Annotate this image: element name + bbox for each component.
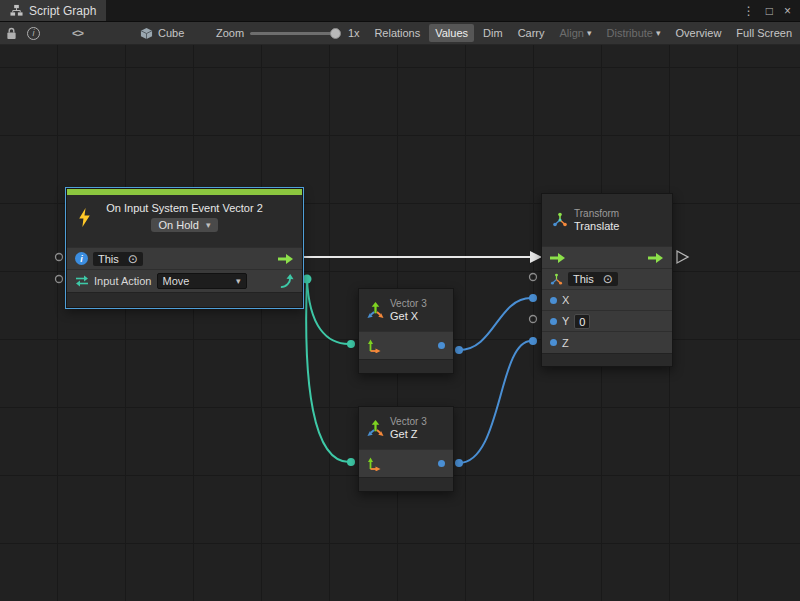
translate-node-footer bbox=[542, 353, 672, 366]
translate-flow-output-arrow[interactable] bbox=[648, 252, 664, 264]
script-graph-icon bbox=[10, 4, 23, 17]
translate-x-port[interactable] bbox=[529, 294, 537, 302]
toolbar-buttons: Relations Values Dim Carry Align ▾ Distr… bbox=[368, 22, 798, 44]
node-on-input-system-event[interactable]: On Input System Event Vector 2 On Hold ▾… bbox=[66, 188, 303, 308]
translate-this-port[interactable] bbox=[530, 274, 537, 281]
axes-icon bbox=[367, 339, 381, 353]
zoom-label: Zoom bbox=[216, 22, 244, 44]
get-x-title: Get X bbox=[390, 310, 427, 323]
get-x-input-port[interactable] bbox=[347, 340, 355, 348]
y-value-field[interactable]: 0 bbox=[574, 314, 590, 329]
get-z-input-port[interactable] bbox=[347, 458, 355, 466]
event-this-field[interactable]: This ⊙ bbox=[93, 252, 143, 266]
window-controls: ⋮ □ × bbox=[743, 0, 800, 21]
node-vector3-get-z[interactable]: Vector 3 Get Z bbox=[358, 406, 454, 492]
node-transform-translate[interactable]: Transform Translate bbox=[541, 193, 673, 367]
zoom-value: 1x bbox=[348, 22, 360, 44]
translate-this-field[interactable]: This ⊙ bbox=[568, 272, 618, 286]
x-label: X bbox=[562, 294, 569, 306]
translate-this-row: This ⊙ bbox=[542, 268, 672, 289]
lock-icon-glyph bbox=[6, 27, 17, 40]
chevron-down-icon: ▾ bbox=[656, 28, 661, 38]
window-menu-icon[interactable]: ⋮ bbox=[743, 5, 755, 17]
get-x-category: Vector 3 bbox=[390, 298, 427, 310]
get-x-output-port[interactable] bbox=[455, 346, 463, 354]
translate-flow-row bbox=[542, 246, 672, 268]
distribute-dropdown[interactable]: Distribute ▾ bbox=[601, 24, 667, 42]
get-z-output-port[interactable] bbox=[455, 459, 463, 467]
get-z-output-dot[interactable] bbox=[438, 460, 445, 467]
zoom-slider[interactable] bbox=[250, 22, 338, 44]
get-x-header: Vector 3 Get X bbox=[359, 289, 453, 331]
vector3-icon bbox=[367, 302, 384, 319]
translate-flow-output-port[interactable] bbox=[677, 251, 688, 263]
event-vector2-output-arrow[interactable] bbox=[279, 274, 294, 289]
vector2-wire-to-get-x[interactable] bbox=[307, 279, 349, 344]
event-flow-output-arrow[interactable] bbox=[278, 253, 294, 265]
translate-flow-input-arrow[interactable] bbox=[550, 252, 566, 264]
graph-canvas[interactable]: On Input System Event Vector 2 On Hold ▾… bbox=[0, 45, 800, 601]
tab-bar: Script Graph ⋮ □ × bbox=[0, 0, 800, 22]
get-z-category: Vector 3 bbox=[390, 416, 427, 428]
values-button[interactable]: Values bbox=[429, 24, 474, 42]
event-mode-dropdown[interactable]: On Hold ▾ bbox=[151, 218, 219, 232]
vector3-icon bbox=[367, 420, 384, 437]
transform-icon bbox=[552, 212, 568, 228]
get-z-port-row bbox=[359, 449, 453, 477]
lock-icon[interactable] bbox=[6, 22, 17, 44]
relations-button[interactable]: Relations bbox=[368, 24, 426, 42]
edit-source-button[interactable]: <> bbox=[72, 22, 83, 44]
translate-node-title: Translate bbox=[574, 220, 619, 233]
align-dropdown[interactable]: Align ▾ bbox=[554, 24, 598, 42]
zoom-slider-track[interactable] bbox=[250, 32, 338, 35]
graph-toolbar: i <> Cube Zoom 1x Relations Values Dim C… bbox=[0, 22, 800, 45]
overview-button[interactable]: Overview bbox=[670, 24, 728, 42]
chevron-down-icon: ▾ bbox=[206, 220, 211, 230]
get-x-output-dot[interactable] bbox=[438, 342, 445, 349]
x-port-dot[interactable] bbox=[550, 297, 557, 304]
dim-button[interactable]: Dim bbox=[477, 24, 509, 42]
target-picker-icon: ⊙ bbox=[603, 273, 613, 285]
tab-script-graph[interactable]: Script Graph bbox=[0, 0, 106, 21]
maximize-icon[interactable]: □ bbox=[766, 5, 773, 17]
y-label: Y bbox=[562, 315, 569, 327]
node-vector3-get-x[interactable]: Vector 3 Get X bbox=[358, 288, 454, 374]
translate-z-port[interactable] bbox=[529, 337, 537, 345]
event-input-action-port[interactable] bbox=[56, 276, 63, 283]
z-port-dot[interactable] bbox=[550, 339, 557, 346]
fullscreen-button[interactable]: Full Screen bbox=[730, 24, 798, 42]
graph-owner[interactable]: Cube bbox=[140, 22, 184, 44]
translate-y-row: Y 0 bbox=[542, 310, 672, 331]
event-node-title: On Input System Event Vector 2 bbox=[67, 195, 302, 214]
cube-icon bbox=[140, 27, 153, 40]
close-icon[interactable]: × bbox=[784, 5, 791, 17]
carry-button[interactable]: Carry bbox=[512, 24, 551, 42]
lightning-icon bbox=[77, 208, 92, 227]
graph-owner-label: Cube bbox=[158, 27, 184, 39]
input-action-dropdown[interactable]: Move ▾ bbox=[157, 273, 247, 289]
translate-y-port[interactable] bbox=[530, 316, 537, 323]
float-wire-get-z-to-z[interactable] bbox=[459, 341, 531, 463]
inspect-info-button[interactable]: i bbox=[27, 22, 40, 44]
input-action-icon bbox=[75, 275, 89, 287]
vector2-wire-to-get-z[interactable] bbox=[306, 279, 349, 462]
translate-x-row: X bbox=[542, 289, 672, 310]
float-wire-get-x-to-x[interactable] bbox=[459, 298, 531, 350]
chevron-down-icon: ▾ bbox=[236, 276, 241, 286]
input-action-label: Input Action bbox=[94, 275, 152, 287]
get-z-footer bbox=[359, 477, 453, 491]
zoom-slider-handle[interactable] bbox=[330, 28, 341, 39]
code-icon: <> bbox=[72, 27, 83, 39]
translate-z-row: Z bbox=[542, 331, 672, 353]
get-z-header: Vector 3 Get Z bbox=[359, 407, 453, 449]
event-vector2-output-port[interactable] bbox=[303, 275, 312, 284]
z-label: Z bbox=[562, 337, 569, 349]
get-z-title: Get Z bbox=[390, 428, 427, 441]
get-x-footer bbox=[359, 359, 453, 373]
info-icon: i bbox=[75, 252, 88, 265]
translate-node-header: Transform Translate bbox=[542, 194, 672, 246]
y-port-dot[interactable] bbox=[550, 318, 557, 325]
chevron-down-icon: ▾ bbox=[587, 28, 592, 38]
event-this-port[interactable] bbox=[56, 254, 63, 261]
transform-mini-icon bbox=[550, 273, 563, 286]
